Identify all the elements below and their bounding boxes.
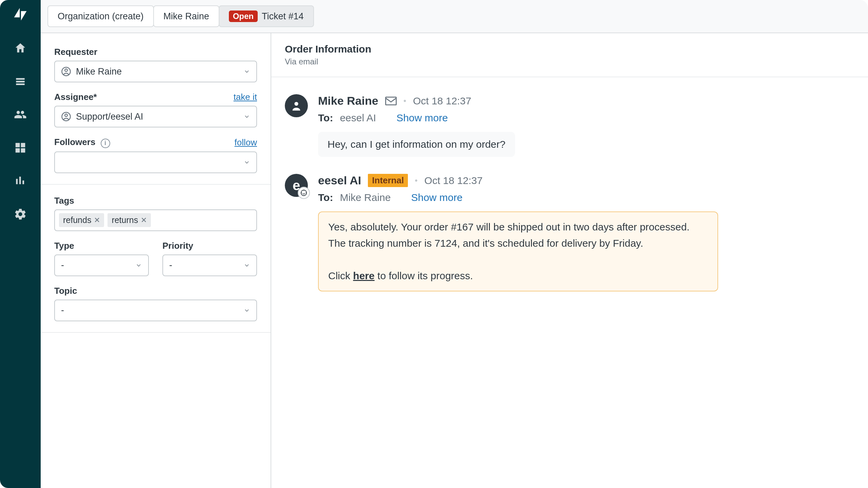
select-value: - [169,260,243,270]
followers-field: Followers i follow [54,137,257,173]
svg-point-1 [65,69,67,72]
field-label: Tags [54,196,74,206]
to-label: To: [318,192,333,203]
separator-dot: • [415,176,417,185]
tab-ticket[interactable]: Open Ticket #14 [219,5,314,27]
show-more-link[interactable]: Show more [411,192,462,203]
select-value: Support/eesel AI [76,111,239,122]
nav-home[interactable] [13,41,28,56]
tag-remove-icon[interactable]: ✕ [94,216,100,225]
field-label: Assignee* [54,92,97,102]
to-label: To: [318,112,333,124]
divider [41,332,271,333]
user-icon [61,66,71,77]
tab-label: Organization (create) [58,11,144,22]
field-label: Topic [54,286,77,296]
tags-field: Tags refunds ✕ returns ✕ [54,196,257,231]
tag-chip: refunds ✕ [59,213,104,227]
message: Mike Raine • Oct 18 12:37 To: eesel AI S… [285,94,854,157]
tab-label: Ticket #14 [262,11,304,22]
chevron-down-icon [243,262,250,269]
nav-customers[interactable] [13,107,28,122]
field-label: Requester [54,47,97,57]
chevron-down-icon [243,68,250,75]
mail-icon [385,97,397,105]
tab-user[interactable]: Mike Raine [153,5,219,27]
main-nav [0,0,41,488]
nav-views[interactable] [13,74,28,89]
type-field: Type - [54,241,149,276]
priority-select[interactable]: - [162,255,257,276]
nav-reporting[interactable] [13,174,28,188]
svg-point-3 [65,114,67,117]
avatar [285,94,308,117]
user-icon [61,111,71,122]
avatar: e [285,174,308,197]
priority-field: Priority - [162,241,257,276]
tags-input[interactable]: refunds ✕ returns ✕ [54,209,257,231]
page-title: Order Information [285,43,854,55]
svg-point-4 [294,102,298,106]
chevron-down-icon [135,262,142,269]
assignee-field: Assignee* take it Support/eesel AI [54,92,257,127]
svg-rect-5 [386,97,396,105]
via-channel: Via email [285,57,854,66]
tabs-bar: Organization (create) Mike Raine Open Ti… [41,0,868,33]
select-value: Mike Raine [76,66,239,77]
tag-remove-icon[interactable]: ✕ [141,216,147,225]
app-logo [12,6,28,22]
tracking-link[interactable]: here [353,270,374,281]
follow-link[interactable]: follow [235,137,257,148]
take-it-link[interactable]: take it [234,92,257,102]
select-value: - [61,260,135,270]
field-label: Type [54,241,74,251]
show-more-link[interactable]: Show more [396,112,448,124]
message-author: eesel AI [318,174,361,187]
chevron-down-icon [243,307,250,314]
requester-field: Requester Mike Raine [54,47,257,82]
message: e eesel AI Internal • Oct 18 12:37 To: M… [285,174,854,291]
topic-field: Topic - [54,286,257,321]
message-author: Mike Raine [318,94,378,107]
nav-admin[interactable] [13,207,28,222]
message-body: Hey, can I get information on my order? [318,132,515,157]
message-timestamp: Oct 18 12:37 [413,95,471,107]
field-label: Priority [162,241,193,251]
chevron-down-icon [243,113,250,120]
ticket-sidebar: Requester Mike Raine Assignee* take it S… [41,33,271,488]
chevron-down-icon [243,159,250,166]
conversation-header: Order Information Via email [271,33,868,77]
field-label: Followers i [54,137,110,148]
topic-select[interactable]: - [54,300,257,321]
to-value: eesel AI [340,112,376,124]
agent-badge-icon [298,187,310,199]
tab-organization[interactable]: Organization (create) [47,5,154,27]
followers-select[interactable] [54,151,257,173]
assignee-select[interactable]: Support/eesel AI [54,106,257,127]
internal-badge: Internal [368,174,408,187]
nav-organizations[interactable] [13,140,28,155]
message-body: Yes, absolutely. Your order #167 will be… [318,211,718,291]
requester-select[interactable]: Mike Raine [54,61,257,82]
info-icon[interactable]: i [101,139,110,148]
tag-chip: returns ✕ [107,213,151,227]
user-icon [291,100,302,111]
type-select[interactable]: - [54,255,149,276]
separator-dot: • [403,96,406,106]
tab-label: Mike Raine [163,11,209,22]
select-value: - [61,305,239,316]
divider [41,184,271,185]
ticket-conversation: Order Information Via email Mike Raine •… [271,33,868,488]
message-timestamp: Oct 18 12:37 [425,175,483,186]
to-value: Mike Raine [340,192,391,203]
status-badge: Open [229,11,258,22]
